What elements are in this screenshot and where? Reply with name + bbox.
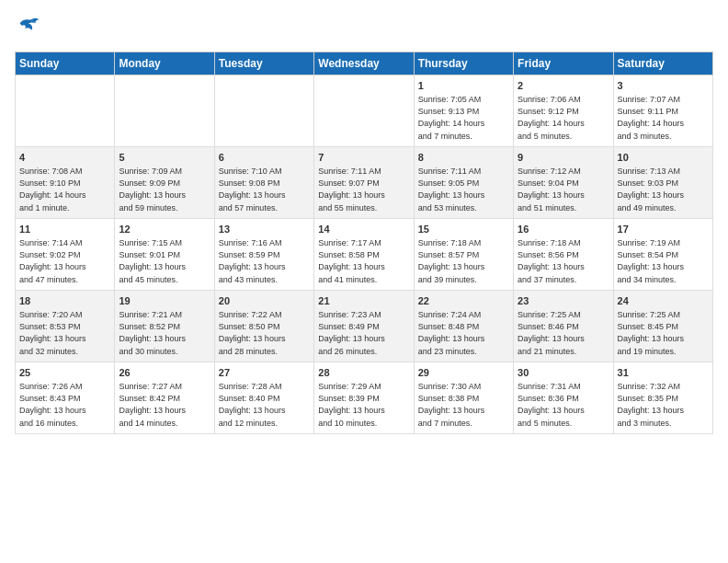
calendar-cell: [16, 75, 115, 147]
logo: [15, 15, 44, 40]
day-info: Sunrise: 7:32 AMSunset: 8:35 PMDaylight:…: [618, 381, 709, 429]
calendar-cell: 21Sunrise: 7:23 AMSunset: 8:49 PMDayligh…: [314, 291, 414, 362]
day-info: Sunrise: 7:05 AMSunset: 9:13 PMDaylight:…: [418, 94, 509, 142]
calendar-cell: 3Sunrise: 7:07 AMSunset: 9:11 PMDaylight…: [613, 75, 712, 147]
calendar-cell: 24Sunrise: 7:25 AMSunset: 8:45 PMDayligh…: [613, 291, 712, 362]
day-number: 3: [618, 79, 709, 93]
day-info: Sunrise: 7:19 AMSunset: 8:54 PMDaylight:…: [618, 237, 709, 285]
day-info: Sunrise: 7:26 AMSunset: 8:43 PMDaylight:…: [19, 381, 110, 429]
day-info: Sunrise: 7:17 AMSunset: 8:58 PMDaylight:…: [318, 237, 409, 285]
day-info: Sunrise: 7:06 AMSunset: 9:12 PMDaylight:…: [518, 94, 609, 142]
day-number: 6: [219, 151, 310, 165]
day-number: 7: [318, 151, 409, 165]
calendar-cell: 26Sunrise: 7:27 AMSunset: 8:42 PMDayligh…: [115, 362, 214, 434]
week-row-5: 25Sunrise: 7:26 AMSunset: 8:43 PMDayligh…: [16, 362, 713, 434]
day-number: 1: [418, 79, 509, 93]
day-info: Sunrise: 7:22 AMSunset: 8:50 PMDaylight:…: [219, 309, 310, 357]
calendar-cell: 11Sunrise: 7:14 AMSunset: 9:02 PMDayligh…: [16, 219, 115, 291]
day-number: 29: [418, 366, 509, 380]
day-info: Sunrise: 7:28 AMSunset: 8:40 PMDaylight:…: [219, 381, 310, 429]
calendar-cell: 15Sunrise: 7:18 AMSunset: 8:57 PMDayligh…: [414, 219, 513, 291]
day-number: 22: [418, 294, 509, 308]
day-number: 16: [518, 223, 609, 236]
header-saturday: Saturday: [613, 52, 712, 75]
week-row-1: 1Sunrise: 7:05 AMSunset: 9:13 PMDaylight…: [16, 75, 713, 147]
calendar-cell: 14Sunrise: 7:17 AMSunset: 8:58 PMDayligh…: [314, 219, 414, 291]
day-info: Sunrise: 7:11 AMSunset: 9:07 PMDaylight:…: [318, 166, 409, 213]
day-number: 13: [219, 223, 310, 236]
header-tuesday: Tuesday: [214, 52, 313, 75]
week-row-2: 4Sunrise: 7:08 AMSunset: 9:10 PMDaylight…: [16, 147, 713, 219]
calendar-cell: 1Sunrise: 7:05 AMSunset: 9:13 PMDaylight…: [414, 75, 513, 147]
day-number: 31: [618, 366, 709, 380]
day-info: Sunrise: 7:09 AMSunset: 9:09 PMDaylight:…: [119, 166, 210, 213]
header-wednesday: Wednesday: [314, 52, 414, 75]
day-info: Sunrise: 7:07 AMSunset: 9:11 PMDaylight:…: [618, 94, 709, 142]
calendar-cell: 27Sunrise: 7:28 AMSunset: 8:40 PMDayligh…: [214, 362, 313, 434]
day-info: Sunrise: 7:08 AMSunset: 9:10 PMDaylight:…: [19, 166, 110, 213]
day-info: Sunrise: 7:18 AMSunset: 8:57 PMDaylight:…: [418, 237, 509, 285]
calendar-cell: 2Sunrise: 7:06 AMSunset: 9:12 PMDaylight…: [514, 75, 613, 147]
calendar-cell: [214, 75, 313, 147]
day-info: Sunrise: 7:16 AMSunset: 8:59 PMDaylight:…: [219, 237, 310, 285]
day-info: Sunrise: 7:25 AMSunset: 8:46 PMDaylight:…: [518, 309, 609, 357]
day-info: Sunrise: 7:31 AMSunset: 8:36 PMDaylight:…: [518, 381, 609, 429]
calendar-cell: 19Sunrise: 7:21 AMSunset: 8:52 PMDayligh…: [115, 291, 214, 362]
calendar-cell: 23Sunrise: 7:25 AMSunset: 8:46 PMDayligh…: [514, 291, 613, 362]
day-info: Sunrise: 7:15 AMSunset: 9:01 PMDaylight:…: [119, 237, 210, 285]
calendar-cell: 13Sunrise: 7:16 AMSunset: 8:59 PMDayligh…: [214, 219, 313, 291]
day-number: 2: [518, 79, 609, 93]
calendar-cell: 9Sunrise: 7:12 AMSunset: 9:04 PMDaylight…: [514, 147, 613, 219]
day-number: 9: [518, 151, 609, 165]
calendar-cell: 29Sunrise: 7:30 AMSunset: 8:38 PMDayligh…: [414, 362, 513, 434]
day-number: 25: [19, 366, 110, 380]
calendar-cell: 5Sunrise: 7:09 AMSunset: 9:09 PMDaylight…: [115, 147, 214, 219]
day-info: Sunrise: 7:24 AMSunset: 8:48 PMDaylight:…: [418, 309, 509, 357]
calendar-cell: 12Sunrise: 7:15 AMSunset: 9:01 PMDayligh…: [115, 219, 214, 291]
day-number: 20: [219, 294, 310, 308]
calendar-cell: 17Sunrise: 7:19 AMSunset: 8:54 PMDayligh…: [613, 219, 712, 291]
day-number: 14: [318, 223, 409, 236]
day-number: 23: [518, 294, 609, 308]
calendar-cell: 25Sunrise: 7:26 AMSunset: 8:43 PMDayligh…: [16, 362, 115, 434]
day-number: 21: [318, 294, 409, 308]
day-info: Sunrise: 7:20 AMSunset: 8:53 PMDaylight:…: [19, 309, 110, 357]
day-info: Sunrise: 7:12 AMSunset: 9:04 PMDaylight:…: [518, 166, 609, 213]
day-number: 12: [119, 223, 210, 236]
calendar-cell: 6Sunrise: 7:10 AMSunset: 9:08 PMDaylight…: [214, 147, 313, 219]
page-header: [15, 15, 713, 40]
day-info: Sunrise: 7:13 AMSunset: 9:03 PMDaylight:…: [618, 166, 709, 213]
calendar-header-row: SundayMondayTuesdayWednesdayThursdayFrid…: [16, 52, 713, 75]
day-info: Sunrise: 7:27 AMSunset: 8:42 PMDaylight:…: [119, 381, 210, 429]
calendar-cell: 30Sunrise: 7:31 AMSunset: 8:36 PMDayligh…: [514, 362, 613, 434]
day-number: 27: [219, 366, 310, 380]
logo-icon: [15, 15, 40, 40]
header-monday: Monday: [115, 52, 214, 75]
day-number: 24: [618, 294, 709, 308]
week-row-3: 11Sunrise: 7:14 AMSunset: 9:02 PMDayligh…: [16, 219, 713, 291]
calendar-cell: 31Sunrise: 7:32 AMSunset: 8:35 PMDayligh…: [613, 362, 712, 434]
day-info: Sunrise: 7:25 AMSunset: 8:45 PMDaylight:…: [618, 309, 709, 357]
day-number: 26: [119, 366, 210, 380]
calendar-cell: 22Sunrise: 7:24 AMSunset: 8:48 PMDayligh…: [414, 291, 513, 362]
header-thursday: Thursday: [414, 52, 513, 75]
header-friday: Friday: [514, 52, 613, 75]
day-number: 19: [119, 294, 210, 308]
day-number: 28: [318, 366, 409, 380]
day-info: Sunrise: 7:10 AMSunset: 9:08 PMDaylight:…: [219, 166, 310, 213]
calendar-cell: [314, 75, 414, 147]
calendar-cell: 8Sunrise: 7:11 AMSunset: 9:05 PMDaylight…: [414, 147, 513, 219]
day-info: Sunrise: 7:23 AMSunset: 8:49 PMDaylight:…: [318, 309, 409, 357]
calendar-cell: 4Sunrise: 7:08 AMSunset: 9:10 PMDaylight…: [16, 147, 115, 219]
calendar-table: SundayMondayTuesdayWednesdayThursdayFrid…: [15, 52, 713, 434]
calendar-cell: 7Sunrise: 7:11 AMSunset: 9:07 PMDaylight…: [314, 147, 414, 219]
week-row-4: 18Sunrise: 7:20 AMSunset: 8:53 PMDayligh…: [16, 291, 713, 362]
calendar-cell: 16Sunrise: 7:18 AMSunset: 8:56 PMDayligh…: [514, 219, 613, 291]
day-info: Sunrise: 7:18 AMSunset: 8:56 PMDaylight:…: [518, 237, 609, 285]
calendar-cell: 10Sunrise: 7:13 AMSunset: 9:03 PMDayligh…: [613, 147, 712, 219]
day-number: 4: [19, 151, 110, 165]
day-number: 17: [618, 223, 709, 236]
calendar-cell: [115, 75, 214, 147]
day-number: 18: [19, 294, 110, 308]
day-info: Sunrise: 7:30 AMSunset: 8:38 PMDaylight:…: [418, 381, 509, 429]
